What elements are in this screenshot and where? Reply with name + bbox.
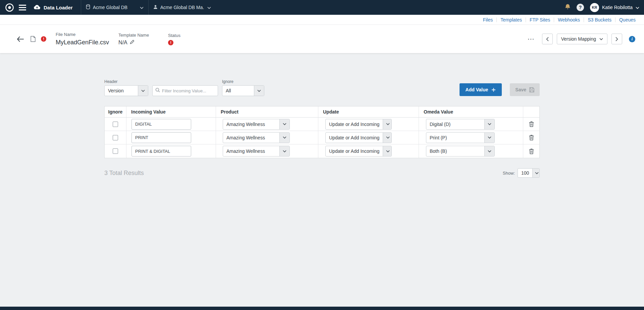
back-button[interactable] (15, 35, 25, 43)
user-menu[interactable]: KR Katie Robilotta (590, 3, 639, 12)
info-icon[interactable]: i (629, 36, 635, 42)
bottom-bar (0, 307, 644, 310)
chevron-down-icon (484, 119, 494, 129)
add-value-button[interactable]: Add Value (460, 83, 502, 96)
version-mapping-label: Version Mapping (561, 36, 596, 42)
product-value: Amazing Wellness (223, 133, 279, 143)
ignore-checkbox[interactable] (113, 135, 118, 140)
show-label: Show: (503, 171, 515, 176)
product-select[interactable]: Amazing Wellness (223, 119, 290, 130)
nav-link-s3-buckets[interactable]: S3 Buckets (584, 17, 615, 22)
page-size-value: 100 (518, 169, 532, 177)
chevron-down-icon (207, 5, 211, 10)
prev-mapping-button[interactable] (542, 34, 553, 44)
template-name-label: Template Name (118, 33, 159, 38)
main-area: Header Version Ignore (0, 53, 644, 307)
secondary-nav: Files Templates FTP Sites Webhooks S3 Bu… (0, 15, 644, 25)
ignore-filter-label: Ignore (222, 79, 264, 84)
delete-row-button[interactable] (523, 118, 539, 131)
incoming-value-input[interactable] (131, 146, 191, 157)
page-size-select[interactable]: 100 (518, 168, 540, 178)
app-title: Data Loader (34, 4, 73, 10)
database-icon (86, 4, 90, 10)
trash-icon (529, 135, 534, 140)
col-incoming-value: Incoming Value (126, 106, 216, 117)
table-row: Amazing Wellness Update or Add Incoming … (105, 131, 539, 144)
omeda-value: Both (B) (426, 146, 484, 156)
edit-pencil-icon[interactable] (130, 40, 135, 46)
header-filter-label: Header (104, 79, 148, 84)
omeda-value-select[interactable]: Both (B) (426, 146, 495, 157)
chevron-down-icon (484, 133, 494, 143)
update-select[interactable]: Update or Add Incoming (325, 119, 392, 130)
chevron-down-icon (532, 169, 540, 177)
update-select[interactable]: Update or Add Incoming (325, 132, 392, 143)
mapping-table: Ignore Incoming Value Product Update Ome… (104, 106, 540, 158)
chevron-down-icon (636, 4, 639, 10)
save-icon (529, 87, 534, 92)
search-input[interactable] (162, 88, 215, 93)
delete-row-button[interactable] (523, 131, 539, 144)
update-value: Update or Add Incoming (326, 119, 383, 129)
product-select[interactable]: Amazing Wellness (223, 146, 290, 157)
incoming-value-input[interactable] (131, 119, 191, 130)
omeda-logo-icon[interactable] (5, 3, 14, 12)
database-selector[interactable]: Acme Global DB (81, 0, 148, 15)
avatar: KR (590, 3, 599, 12)
mapping-profile-selector-label: Acme Global DB Ma... (160, 5, 204, 10)
template-name-field: Template Name N/A (118, 33, 159, 46)
nav-link-templates[interactable]: Templates (497, 17, 526, 22)
file-icon[interactable] (29, 35, 37, 43)
header-filter-select[interactable]: Version (104, 85, 148, 96)
table-footer: 3 Total Results Show: 100 (104, 168, 540, 178)
status-label: Status (168, 33, 208, 38)
total-results: 3 Total Results (104, 170, 144, 177)
nav-link-ftp-sites[interactable]: FTP Sites (526, 17, 554, 22)
app-title-label: Data Loader (44, 5, 73, 10)
notification-bell-icon[interactable] (565, 4, 571, 11)
product-value: Amazing Wellness (223, 119, 279, 129)
save-button[interactable]: Save (510, 83, 540, 96)
chevron-down-icon (254, 86, 264, 96)
file-error-icon: ! (41, 36, 46, 42)
ignore-checkbox[interactable] (113, 148, 118, 154)
omeda-value-select[interactable]: Digital (D) (426, 119, 495, 130)
search-icon (155, 88, 160, 94)
header-filter-value: Version (105, 86, 138, 96)
omeda-value-select[interactable]: Print (P) (426, 132, 495, 143)
chevron-down-icon (138, 86, 148, 96)
nav-link-files[interactable]: Files (479, 17, 497, 22)
chevron-down-icon (279, 133, 289, 143)
status-field: Status ! (168, 33, 208, 45)
table-row: Amazing Wellness Update or Add Incoming … (105, 118, 539, 131)
table-row: Amazing Wellness Update or Add Incoming … (105, 144, 539, 158)
product-select[interactable]: Amazing Wellness (223, 132, 290, 143)
mapping-profile-selector[interactable]: Acme Global DB Ma... (149, 0, 216, 15)
version-mapping-dropdown[interactable]: Version Mapping (557, 34, 607, 44)
ignore-filter-select[interactable]: All (222, 85, 264, 96)
chevron-down-icon (279, 119, 289, 129)
product-value: Amazing Wellness (223, 146, 279, 156)
file-header: ! File Name MyLeadGenFile.csv Template N… (0, 25, 644, 53)
hamburger-menu-icon[interactable] (19, 5, 26, 10)
col-actions (523, 106, 539, 117)
col-ignore: Ignore (105, 106, 126, 117)
chevron-down-icon (383, 146, 392, 156)
cloud-upload-icon (34, 4, 41, 10)
more-options-icon[interactable]: ⋯ (524, 35, 538, 43)
chevron-down-icon (140, 5, 144, 10)
database-selector-label: Acme Global DB (93, 5, 127, 10)
nav-link-webhooks[interactable]: Webhooks (554, 17, 584, 22)
nav-link-queues[interactable]: Queues (615, 17, 639, 22)
delete-row-button[interactable] (523, 144, 539, 158)
next-mapping-button[interactable] (611, 34, 622, 44)
template-name-value: N/A (118, 40, 127, 46)
incoming-value-input[interactable] (131, 132, 191, 143)
ignore-checkbox[interactable] (113, 122, 118, 127)
update-select[interactable]: Update or Add Incoming (325, 146, 392, 157)
chevron-down-icon (599, 38, 603, 40)
user-name: Katie Robilotta (602, 5, 633, 10)
filters-row: Header Version Ignore (104, 79, 540, 96)
plus-icon (491, 88, 496, 92)
help-icon[interactable]: ? (577, 4, 584, 11)
